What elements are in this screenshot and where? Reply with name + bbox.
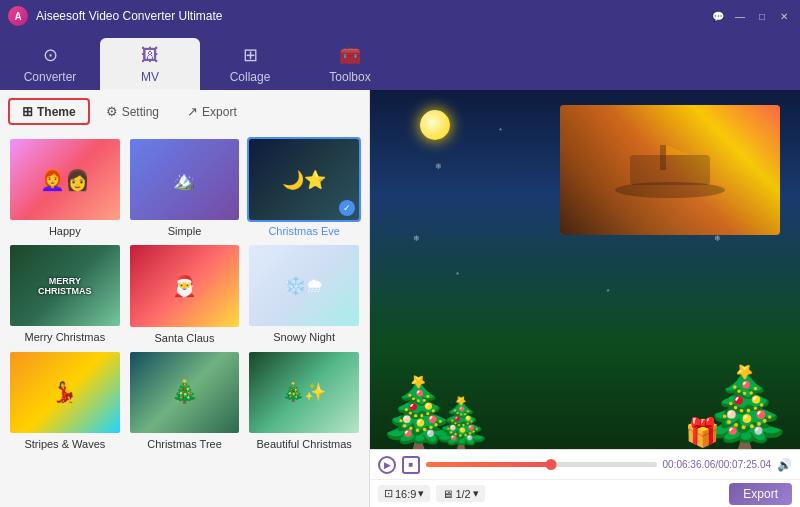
moon-decoration — [420, 110, 450, 140]
close-button[interactable]: ✕ — [776, 8, 792, 24]
monitor-icon: 🖥 — [442, 488, 453, 500]
app-title: Aiseesoft Video Converter Ultimate — [36, 9, 710, 23]
svg-rect-2 — [660, 145, 666, 170]
tab-collage-label: Collage — [230, 70, 271, 84]
export-button[interactable]: Export — [729, 483, 792, 505]
titlebar: A Aiseesoft Video Converter Ultimate 💬 —… — [0, 0, 800, 32]
tab-collage[interactable]: ⊞ Collage — [200, 38, 300, 90]
maximize-button[interactable]: □ — [754, 8, 770, 24]
theme-stripes-label: Stripes & Waves — [24, 438, 105, 450]
left-panel: ⊞ Theme ⚙ Setting ↗ Export 👩‍🦰👩 — [0, 90, 370, 507]
export-sub-icon: ↗ — [187, 104, 198, 119]
themes-grid: 👩‍🦰👩 Happy 🏔️ Simple 🌙⭐ — [0, 131, 369, 507]
progress-bar[interactable] — [426, 462, 657, 467]
subtab-export-label: Export — [202, 105, 237, 119]
ship-silhouette — [610, 140, 730, 200]
toolbox-icon: 🧰 — [339, 44, 361, 66]
subtab-setting-label: Setting — [122, 105, 159, 119]
player-controls-2: ⊡ 16:9 ▾ 🖥 1/2 ▾ Export — [370, 479, 800, 507]
video-preview-frame — [560, 105, 780, 235]
progress-fill — [426, 462, 551, 467]
snowflake-8: ❄ — [413, 234, 420, 243]
theme-snowy-label: Snowy Night — [273, 331, 335, 343]
progress-handle[interactable] — [545, 459, 556, 470]
snowflake-1: ❄ — [435, 162, 442, 171]
snowflake-9: * — [607, 287, 610, 296]
window-controls: 💬 — □ ✕ — [710, 8, 792, 24]
svg-rect-1 — [630, 155, 710, 185]
theme-stripes-thumb: 💃 — [10, 352, 120, 433]
tab-converter-label: Converter — [24, 70, 77, 84]
tab-mv[interactable]: 🖼 MV — [100, 38, 200, 90]
play-button[interactable]: ▶ — [378, 456, 396, 474]
time-display: 00:06:36.06/00:07:25.04 — [663, 459, 771, 470]
theme-christmas-tree[interactable]: 🎄 Christmas Tree — [128, 350, 242, 450]
chat-button[interactable]: 💬 — [710, 8, 726, 24]
theme-happy-label: Happy — [49, 225, 81, 237]
page-chevron: ▾ — [473, 487, 479, 500]
collage-icon: ⊞ — [243, 44, 258, 66]
page-value: 1/2 — [455, 488, 470, 500]
theme-beautiful-christmas[interactable]: 🎄✨ Beautiful Christmas — [247, 350, 361, 450]
theme-merry-christmas-thumb: MERRYCHRISTMAS — [10, 245, 120, 326]
setting-sub-icon: ⚙ — [106, 104, 118, 119]
ratio-value: 16:9 — [395, 488, 416, 500]
converter-icon: ⊙ — [43, 44, 58, 66]
nav-tabs: ⊙ Converter 🖼 MV ⊞ Collage 🧰 Toolbox — [0, 32, 800, 90]
ratio-select[interactable]: ⊡ 16:9 ▾ — [378, 485, 430, 502]
theme-merry-christmas[interactable]: MERRYCHRISTMAS Merry Christmas — [8, 243, 122, 343]
snowflake-6: * — [456, 270, 459, 279]
theme-simple[interactable]: 🏔️ Simple — [128, 137, 242, 237]
theme-sub-icon: ⊞ — [22, 104, 33, 119]
tab-toolbox-label: Toolbox — [329, 70, 370, 84]
theme-happy-thumb: 👩‍🦰👩 — [10, 139, 120, 220]
theme-santa-label: Santa Claus — [155, 332, 215, 344]
ratio-icon: ⊡ — [384, 487, 393, 500]
theme-beautiful-label: Beautiful Christmas — [256, 438, 351, 450]
theme-beautiful-thumb: 🎄✨ — [249, 352, 359, 433]
theme-christmas-eve[interactable]: 🌙⭐ ✓ Christmas Eve — [247, 137, 361, 237]
theme-snowy-night[interactable]: ❄️🌨 Snowy Night — [247, 243, 361, 343]
ratio-chevron: ▾ — [418, 487, 424, 500]
right-panel: ❄ * ❄ * ❄ * ❄ ❄ * 🎄 🎄 🎄 — [370, 90, 800, 507]
subtab-setting[interactable]: ⚙ Setting — [94, 100, 171, 123]
minimize-button[interactable]: — — [732, 8, 748, 24]
preview-background: ❄ * ❄ * ❄ * ❄ ❄ * 🎄 🎄 🎄 — [370, 90, 800, 449]
theme-simple-thumb: 🏔️ — [130, 139, 240, 220]
mv-icon: 🖼 — [141, 45, 159, 66]
tab-mv-label: MV — [141, 70, 159, 84]
page-select[interactable]: 🖥 1/2 ▾ — [436, 485, 484, 502]
snowflake-2: * — [499, 126, 502, 135]
theme-santa-claus[interactable]: 🎅 Santa Claus — [128, 243, 242, 343]
svg-marker-3 — [666, 145, 690, 155]
theme-christmas-eve-label: Christmas Eve — [268, 225, 340, 237]
stop-button[interactable]: ■ — [402, 456, 420, 474]
theme-happy[interactable]: 👩‍🦰👩 Happy — [8, 137, 122, 237]
theme-stripes-waves[interactable]: 💃 Stripes & Waves — [8, 350, 122, 450]
theme-xmas-tree-thumb: 🎄 — [130, 352, 240, 433]
tree-mid-left: 🎄 — [430, 399, 492, 449]
theme-snowy-thumb: ❄️🌨 — [249, 245, 359, 326]
theme-xmas-tree-label: Christmas Tree — [147, 438, 222, 450]
theme-santa-thumb: 🎅 — [130, 245, 240, 326]
video-frame-content — [560, 105, 780, 235]
player-controls: ▶ ■ 00:06:36.06/00:07:25.04 🔊 — [370, 449, 800, 479]
tab-toolbox[interactable]: 🧰 Toolbox — [300, 38, 400, 90]
app-logo: A — [8, 6, 28, 26]
tab-converter[interactable]: ⊙ Converter — [0, 38, 100, 90]
preview-area: ❄ * ❄ * ❄ * ❄ ❄ * 🎄 🎄 🎄 — [370, 90, 800, 449]
subtab-theme-label: Theme — [37, 105, 76, 119]
volume-icon[interactable]: 🔊 — [777, 458, 792, 472]
subtab-export[interactable]: ↗ Export — [175, 100, 249, 123]
theme-merry-christmas-label: Merry Christmas — [24, 331, 105, 343]
theme-simple-label: Simple — [168, 225, 202, 237]
sub-tabs: ⊞ Theme ⚙ Setting ↗ Export — [0, 90, 369, 131]
gift-decoration: 🎁 — [685, 416, 720, 449]
subtab-theme[interactable]: ⊞ Theme — [8, 98, 90, 125]
main-area: ⊞ Theme ⚙ Setting ↗ Export 👩‍🦰👩 — [0, 90, 800, 507]
